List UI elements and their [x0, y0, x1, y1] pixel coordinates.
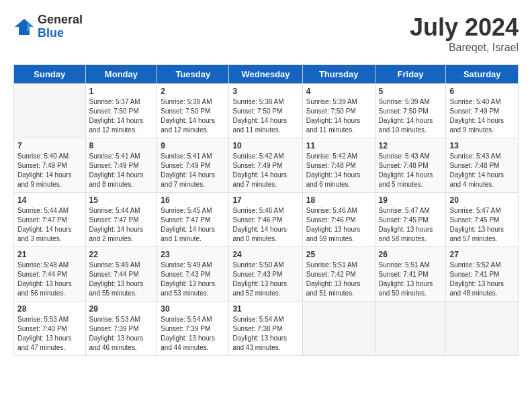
day-info: Sunrise: 5:49 AM Sunset: 7:43 PM Dayligh… — [161, 261, 225, 298]
day-number: 25 — [306, 250, 371, 259]
calendar-cell — [446, 302, 519, 356]
column-header-sunday: Sunday — [14, 65, 86, 84]
day-number: 9 — [161, 141, 225, 150]
page-header: General Blue July 2024 Bareqet, Israel — [13, 13, 519, 54]
day-info: Sunrise: 5:51 AM Sunset: 7:41 PM Dayligh… — [379, 261, 443, 298]
day-info: Sunrise: 5:44 AM Sunset: 7:47 PM Dayligh… — [17, 206, 82, 244]
calendar-cell: 28Sunrise: 5:53 AM Sunset: 7:40 PM Dayli… — [14, 302, 86, 356]
calendar-cell: 21Sunrise: 5:48 AM Sunset: 7:44 PM Dayli… — [14, 247, 86, 302]
logo: General Blue — [13, 13, 83, 40]
day-info: Sunrise: 5:51 AM Sunset: 7:42 PM Dayligh… — [306, 261, 371, 298]
header-row: SundayMondayTuesdayWednesdayThursdayFrid… — [14, 65, 519, 84]
day-info: Sunrise: 5:54 AM Sunset: 7:38 PM Dayligh… — [232, 315, 298, 353]
day-info: Sunrise: 5:42 AM Sunset: 7:49 PM Dayligh… — [232, 152, 298, 189]
day-number: 21 — [17, 250, 82, 259]
day-info: Sunrise: 5:37 AM Sunset: 7:50 PM Dayligh… — [89, 97, 154, 135]
calendar-cell: 24Sunrise: 5:50 AM Sunset: 7:43 PM Dayli… — [229, 247, 302, 302]
day-info: Sunrise: 5:46 AM Sunset: 7:46 PM Dayligh… — [306, 206, 371, 244]
location-subtitle: Bareqet, Israel — [410, 42, 519, 54]
calendar-cell: 8Sunrise: 5:41 AM Sunset: 7:49 PM Daylig… — [85, 138, 157, 193]
day-number: 31 — [232, 304, 298, 314]
calendar-body: 1Sunrise: 5:37 AM Sunset: 7:50 PM Daylig… — [14, 84, 519, 356]
day-number: 22 — [89, 250, 154, 259]
calendar-cell: 23Sunrise: 5:49 AM Sunset: 7:43 PM Dayli… — [157, 247, 229, 302]
column-header-monday: Monday — [85, 65, 157, 84]
calendar-cell: 6Sunrise: 5:40 AM Sunset: 7:49 PM Daylig… — [446, 84, 519, 138]
day-number: 6 — [449, 87, 515, 96]
day-number: 28 — [17, 304, 82, 314]
calendar-cell: 7Sunrise: 5:40 AM Sunset: 7:49 PM Daylig… — [14, 138, 86, 193]
day-info: Sunrise: 5:53 AM Sunset: 7:39 PM Dayligh… — [89, 315, 154, 353]
day-number: 14 — [17, 195, 82, 205]
calendar-table: SundayMondayTuesdayWednesdayThursdayFrid… — [13, 64, 519, 356]
calendar-cell: 26Sunrise: 5:51 AM Sunset: 7:41 PM Dayli… — [375, 247, 446, 302]
calendar-cell — [14, 84, 86, 138]
week-row-4: 21Sunrise: 5:48 AM Sunset: 7:44 PM Dayli… — [14, 247, 519, 302]
day-number: 5 — [379, 87, 443, 96]
logo-icon — [13, 17, 35, 36]
calendar-cell: 14Sunrise: 5:44 AM Sunset: 7:47 PM Dayli… — [14, 193, 86, 247]
day-info: Sunrise: 5:41 AM Sunset: 7:49 PM Dayligh… — [161, 152, 225, 189]
calendar-cell: 12Sunrise: 5:43 AM Sunset: 7:48 PM Dayli… — [375, 138, 446, 193]
logo-text: General Blue — [38, 13, 83, 40]
logo-blue: Blue — [38, 27, 83, 40]
day-number: 16 — [161, 195, 225, 205]
day-number: 29 — [89, 304, 154, 314]
day-info: Sunrise: 5:45 AM Sunset: 7:47 PM Dayligh… — [161, 206, 225, 244]
column-header-saturday: Saturday — [446, 65, 519, 84]
column-header-thursday: Thursday — [302, 65, 375, 84]
day-info: Sunrise: 5:44 AM Sunset: 7:47 PM Dayligh… — [89, 206, 154, 244]
day-info: Sunrise: 5:43 AM Sunset: 7:48 PM Dayligh… — [379, 152, 443, 189]
day-number: 2 — [161, 87, 225, 96]
calendar-cell: 3Sunrise: 5:38 AM Sunset: 7:50 PM Daylig… — [229, 84, 302, 138]
day-number: 19 — [379, 195, 443, 205]
column-header-wednesday: Wednesday — [229, 65, 302, 84]
day-number: 10 — [232, 141, 298, 150]
day-info: Sunrise: 5:39 AM Sunset: 7:50 PM Dayligh… — [379, 97, 443, 135]
week-row-3: 14Sunrise: 5:44 AM Sunset: 7:47 PM Dayli… — [14, 193, 519, 247]
day-info: Sunrise: 5:50 AM Sunset: 7:43 PM Dayligh… — [232, 261, 298, 298]
day-number: 8 — [89, 141, 154, 150]
day-info: Sunrise: 5:38 AM Sunset: 7:50 PM Dayligh… — [161, 97, 225, 135]
calendar-cell — [375, 302, 446, 356]
calendar-cell: 17Sunrise: 5:46 AM Sunset: 7:46 PM Dayli… — [229, 193, 302, 247]
day-number: 12 — [379, 141, 443, 150]
day-info: Sunrise: 5:47 AM Sunset: 7:45 PM Dayligh… — [379, 206, 443, 244]
calendar-cell: 25Sunrise: 5:51 AM Sunset: 7:42 PM Dayli… — [302, 247, 375, 302]
day-number: 30 — [161, 304, 225, 314]
day-info: Sunrise: 5:40 AM Sunset: 7:49 PM Dayligh… — [17, 152, 82, 189]
day-info: Sunrise: 5:48 AM Sunset: 7:44 PM Dayligh… — [17, 261, 82, 298]
day-number: 1 — [89, 87, 154, 96]
day-info: Sunrise: 5:43 AM Sunset: 7:48 PM Dayligh… — [449, 152, 515, 189]
calendar-cell: 10Sunrise: 5:42 AM Sunset: 7:49 PM Dayli… — [229, 138, 302, 193]
day-info: Sunrise: 5:46 AM Sunset: 7:46 PM Dayligh… — [232, 206, 298, 244]
column-header-friday: Friday — [375, 65, 446, 84]
day-number: 23 — [161, 250, 225, 259]
calendar-cell: 18Sunrise: 5:46 AM Sunset: 7:46 PM Dayli… — [302, 193, 375, 247]
day-number: 18 — [306, 195, 371, 205]
day-number: 4 — [306, 87, 371, 96]
calendar-cell: 19Sunrise: 5:47 AM Sunset: 7:45 PM Dayli… — [375, 193, 446, 247]
calendar-cell: 13Sunrise: 5:43 AM Sunset: 7:48 PM Dayli… — [446, 138, 519, 193]
calendar-cell: 15Sunrise: 5:44 AM Sunset: 7:47 PM Dayli… — [85, 193, 157, 247]
day-number: 26 — [379, 250, 443, 259]
day-info: Sunrise: 5:38 AM Sunset: 7:50 PM Dayligh… — [232, 97, 298, 135]
calendar-cell: 11Sunrise: 5:42 AM Sunset: 7:48 PM Dayli… — [302, 138, 375, 193]
calendar-cell: 9Sunrise: 5:41 AM Sunset: 7:49 PM Daylig… — [157, 138, 229, 193]
calendar-cell: 5Sunrise: 5:39 AM Sunset: 7:50 PM Daylig… — [375, 84, 446, 138]
day-info: Sunrise: 5:53 AM Sunset: 7:40 PM Dayligh… — [17, 315, 82, 353]
day-info: Sunrise: 5:42 AM Sunset: 7:48 PM Dayligh… — [306, 152, 371, 189]
calendar-cell: 4Sunrise: 5:39 AM Sunset: 7:50 PM Daylig… — [302, 84, 375, 138]
calendar-cell: 2Sunrise: 5:38 AM Sunset: 7:50 PM Daylig… — [157, 84, 229, 138]
day-number: 17 — [232, 195, 298, 205]
week-row-1: 1Sunrise: 5:37 AM Sunset: 7:50 PM Daylig… — [14, 84, 519, 138]
calendar-cell — [302, 302, 375, 356]
calendar-cell: 30Sunrise: 5:54 AM Sunset: 7:39 PM Dayli… — [157, 302, 229, 356]
calendar-cell: 20Sunrise: 5:47 AM Sunset: 7:45 PM Dayli… — [446, 193, 519, 247]
month-year-title: July 2024 — [410, 13, 519, 42]
column-header-tuesday: Tuesday — [157, 65, 229, 84]
week-row-2: 7Sunrise: 5:40 AM Sunset: 7:49 PM Daylig… — [14, 138, 519, 193]
day-info: Sunrise: 5:52 AM Sunset: 7:41 PM Dayligh… — [449, 261, 515, 298]
day-info: Sunrise: 5:39 AM Sunset: 7:50 PM Dayligh… — [306, 97, 371, 135]
logo-general: General — [38, 13, 83, 27]
